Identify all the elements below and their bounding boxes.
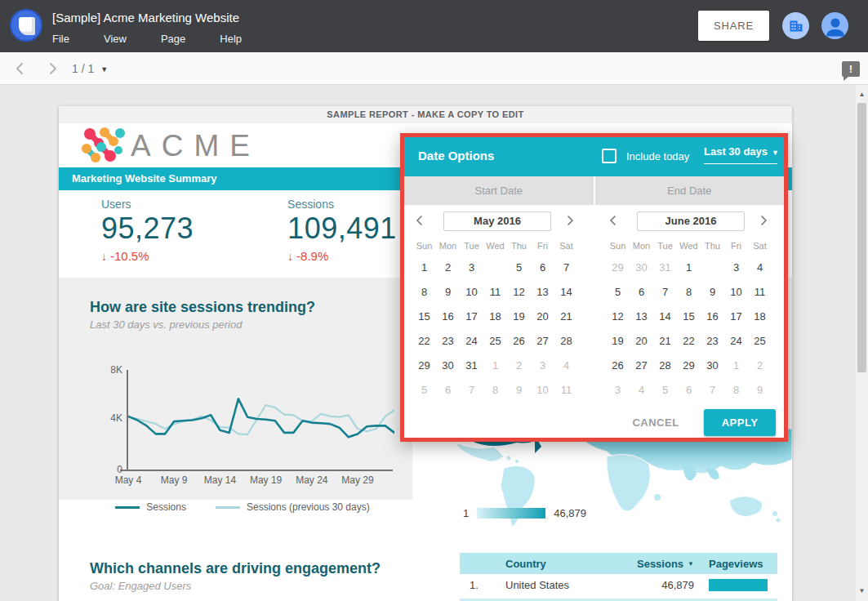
calendar-day[interactable]: 2 bbox=[507, 354, 531, 378]
calendar-day[interactable]: 17 bbox=[460, 305, 483, 329]
calendar-day[interactable]: 1 bbox=[677, 256, 701, 280]
calendar-day[interactable]: 10 bbox=[531, 378, 554, 403]
calendar-day[interactable]: 27 bbox=[531, 329, 554, 354]
calendar-day[interactable]: 24 bbox=[724, 329, 748, 354]
calendar-day[interactable]: 17 bbox=[724, 305, 748, 329]
calendar-day[interactable]: 13 bbox=[630, 305, 653, 329]
apply-button[interactable]: APPLY bbox=[704, 409, 776, 436]
prev-month-icon[interactable] bbox=[606, 213, 621, 228]
sessions-trend-chart[interactable] bbox=[128, 370, 394, 470]
calendar-day[interactable]: 8 bbox=[483, 378, 507, 403]
calendar-day[interactable]: 6 bbox=[531, 256, 554, 280]
calendar-day[interactable]: 30 bbox=[436, 354, 460, 378]
calendar-day[interactable]: 22 bbox=[677, 329, 701, 354]
calendar-day[interactable]: 18 bbox=[483, 305, 507, 329]
prev-month-icon[interactable] bbox=[412, 213, 427, 228]
calendar-day[interactable]: 23 bbox=[436, 329, 460, 354]
calendar-day[interactable]: 3 bbox=[531, 354, 554, 378]
tab-end-date[interactable]: End Date bbox=[595, 176, 785, 205]
data-studio-logo-icon[interactable] bbox=[10, 9, 42, 42]
calendar-day[interactable]: 8 bbox=[724, 378, 748, 403]
calendar-day[interactable]: 15 bbox=[677, 305, 701, 329]
tab-start-date[interactable]: Start Date bbox=[404, 176, 594, 205]
calendar-day[interactable]: 7 bbox=[653, 280, 677, 305]
sort-caret-icon[interactable]: ▼ bbox=[688, 560, 694, 568]
calendar-day[interactable]: 31 bbox=[653, 256, 677, 280]
calendar-day[interactable]: 19 bbox=[606, 329, 630, 354]
calendar-day[interactable]: 20 bbox=[531, 305, 554, 329]
calendar-day[interactable]: 11 bbox=[483, 280, 507, 305]
calendar-day[interactable]: 13 bbox=[531, 280, 554, 305]
calendar-day[interactable]: 31 bbox=[460, 354, 483, 378]
calendar-day[interactable]: 1 bbox=[412, 256, 436, 280]
calendar-day[interactable]: 3 bbox=[606, 378, 630, 403]
calendar-day[interactable]: 5 bbox=[606, 280, 630, 305]
date-preset-dropdown[interactable]: Last 30 days ▼ bbox=[704, 145, 777, 164]
calendar-day[interactable]: 7 bbox=[554, 256, 578, 280]
user-avatar[interactable] bbox=[821, 12, 848, 39]
calendar-day[interactable]: 23 bbox=[701, 329, 724, 354]
selected-day[interactable]: 4 bbox=[483, 256, 507, 280]
calendar-day[interactable]: 9 bbox=[436, 280, 460, 305]
calendar-day[interactable]: 20 bbox=[630, 329, 653, 354]
calendar-day[interactable]: 29 bbox=[677, 354, 701, 378]
feedback-icon[interactable]: ! bbox=[842, 61, 860, 77]
calendar-day[interactable]: 25 bbox=[748, 329, 772, 354]
next-month-icon[interactable] bbox=[756, 213, 771, 228]
calendar-day[interactable]: 24 bbox=[460, 329, 483, 354]
calendar-day[interactable]: 10 bbox=[460, 280, 483, 305]
organization-avatar[interactable] bbox=[782, 12, 809, 39]
calendar-day[interactable]: 8 bbox=[412, 280, 436, 305]
calendar-day[interactable]: 12 bbox=[606, 305, 630, 329]
calendar-day[interactable]: 9 bbox=[507, 378, 531, 403]
calendar-day[interactable]: 1 bbox=[724, 354, 748, 378]
scrollbar-thumb[interactable] bbox=[857, 103, 866, 372]
calendar-day[interactable]: 14 bbox=[554, 280, 578, 305]
geo-map[interactable] bbox=[412, 429, 792, 539]
calendar-day[interactable]: 7 bbox=[701, 378, 724, 403]
calendar-day[interactable]: 5 bbox=[507, 256, 531, 280]
selected-day[interactable]: 2 bbox=[701, 256, 724, 280]
vertical-scrollbar[interactable]: ▲ ▼ bbox=[856, 85, 868, 601]
calendar-day[interactable]: 9 bbox=[748, 378, 772, 403]
calendar-day[interactable]: 14 bbox=[653, 305, 677, 329]
calendar-day[interactable]: 5 bbox=[412, 378, 436, 403]
calendar-day[interactable]: 5 bbox=[653, 378, 677, 403]
calendar-day[interactable]: 21 bbox=[653, 329, 677, 354]
scroll-down-icon[interactable]: ▼ bbox=[856, 585, 868, 598]
next-month-icon[interactable] bbox=[563, 213, 577, 228]
calendar-day[interactable]: 3 bbox=[724, 256, 748, 280]
calendar-day[interactable]: 6 bbox=[677, 378, 701, 403]
calendar-day[interactable]: 6 bbox=[436, 378, 460, 403]
calendar-day[interactable]: 9 bbox=[701, 280, 724, 305]
header-pageviews[interactable]: Pageviews bbox=[702, 558, 777, 570]
menu-help[interactable]: Help bbox=[220, 33, 242, 45]
calendar-day[interactable]: 8 bbox=[677, 280, 701, 305]
calendar-day[interactable]: 4 bbox=[630, 378, 653, 403]
calendar-day[interactable]: 22 bbox=[412, 329, 436, 354]
calendar-day[interactable]: 2 bbox=[436, 256, 460, 280]
header-sessions[interactable]: Sessions▼ bbox=[608, 558, 702, 570]
calendar-day[interactable]: 10 bbox=[724, 280, 748, 305]
calendar-day[interactable]: 6 bbox=[630, 280, 653, 305]
calendar-day[interactable]: 18 bbox=[748, 305, 772, 329]
calendar-day[interactable]: 16 bbox=[436, 305, 460, 329]
calendar-day[interactable]: 1 bbox=[483, 354, 507, 378]
share-button[interactable]: SHARE bbox=[698, 11, 769, 41]
scroll-up-icon[interactable]: ▲ bbox=[856, 88, 868, 101]
menu-view[interactable]: View bbox=[104, 33, 127, 45]
cancel-button[interactable]: CANCEL bbox=[623, 410, 688, 435]
calendar-day[interactable]: 19 bbox=[507, 305, 531, 329]
calendar-day[interactable]: 15 bbox=[412, 305, 436, 329]
page-indicator[interactable]: 1 / 1▼ bbox=[72, 62, 108, 75]
calendar-day[interactable]: 27 bbox=[630, 354, 653, 378]
calendar-day[interactable]: 26 bbox=[507, 329, 531, 354]
calendar-day[interactable]: 30 bbox=[630, 256, 653, 280]
calendar-day[interactable]: 12 bbox=[507, 280, 531, 305]
calendar-day[interactable]: 4 bbox=[554, 354, 578, 378]
calendar-day[interactable]: 11 bbox=[748, 280, 772, 305]
calendar-day[interactable]: 29 bbox=[412, 354, 436, 378]
menu-page[interactable]: Page bbox=[161, 33, 185, 45]
month-selector[interactable]: May 2016 bbox=[443, 211, 551, 231]
calendar-day[interactable]: 28 bbox=[653, 354, 677, 378]
